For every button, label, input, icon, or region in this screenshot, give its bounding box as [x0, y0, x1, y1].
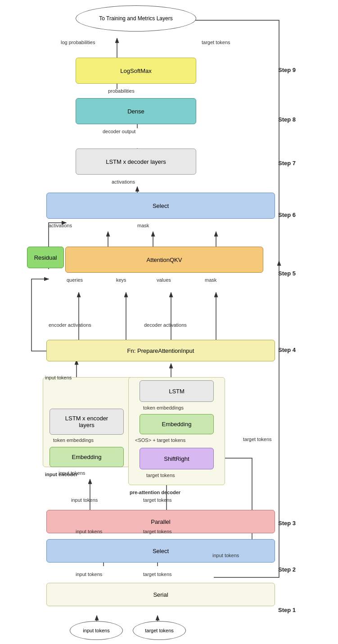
- step6-label: Step 6: [278, 212, 296, 218]
- input-tokens-bottom-label: input tokens: [76, 572, 102, 577]
- step5-label: Step 5: [278, 270, 296, 277]
- input-tokens-serial-label: input tokens: [45, 375, 72, 380]
- token-embeddings-enc-label: token embeddings: [53, 437, 94, 443]
- decoder-output-label: decoder output: [103, 129, 135, 134]
- step9-label: Step 9: [278, 67, 296, 73]
- select-bottom-node: Select: [46, 539, 275, 563]
- lstm-inner-node: LSTM: [140, 380, 214, 402]
- target-tokens-mid-label: target tokens: [146, 473, 175, 478]
- decoder-activations-label: decoder activations: [144, 322, 187, 328]
- attention-node: AttentionQKV: [65, 247, 263, 273]
- log-probabilities-label: log probabilities: [61, 40, 95, 45]
- step1-label: Step 1: [278, 607, 296, 613]
- step3-label: Step 3: [278, 520, 296, 527]
- keys-label: keys: [116, 277, 126, 283]
- input-tokens-enc-label: input tokens: [59, 470, 85, 476]
- target-tokens-parallel-label: target tokens: [143, 497, 172, 503]
- mask-top-label: mask: [137, 223, 149, 228]
- step7-label: Step 7: [278, 160, 296, 167]
- step8-label: Step 8: [278, 116, 296, 123]
- pre-attention-decoder-label: pre-attention decoder: [130, 490, 180, 495]
- target-tokens-ellipse: target tokens: [133, 621, 186, 640]
- probabilities-label: probabilities: [108, 88, 135, 94]
- token-embeddings-dec-label: token embeddings: [143, 405, 184, 410]
- input-tokens-select-label: input tokens: [76, 529, 102, 534]
- sos-target-label: <SOS> + target tokens: [135, 437, 185, 443]
- activations-mid-label: activations: [49, 223, 72, 228]
- target-tokens-select-label: target tokens: [143, 529, 172, 534]
- serial-node: Serial: [46, 583, 275, 606]
- mask-bottom-label: mask: [205, 277, 216, 283]
- select-top-node: Select: [46, 193, 275, 219]
- input-tokens-parallel-label: input tokens: [71, 497, 98, 503]
- embedding-encoder-node: Embedding: [50, 447, 124, 467]
- target-tokens-right-label: target tokens: [243, 437, 272, 442]
- lstm-decoder-node: LSTM x decoder layers: [76, 149, 196, 175]
- training-metrics-node: To Training and Metrics Layers: [76, 5, 196, 32]
- residual-node: Residual: [27, 247, 64, 268]
- values-label: values: [157, 277, 171, 283]
- shiftright-node: ShiftRight: [140, 448, 214, 469]
- input-tokens-ellipse: input tokens: [70, 621, 123, 640]
- encoder-activations-label: encoder activations: [49, 322, 91, 328]
- step4-label: Step 4: [278, 347, 296, 353]
- queries-label: queries: [67, 277, 83, 283]
- logsoftmax-node: LogSoftMax: [76, 58, 196, 84]
- target-tokens-bottom-label: target tokens: [143, 572, 172, 577]
- target-tokens-top-label: target tokens: [202, 40, 230, 45]
- input-tokens-right-label: input tokens: [212, 553, 239, 558]
- step2-label: Step 2: [278, 566, 296, 573]
- activations-top-label: activations: [112, 179, 135, 185]
- prepare-attention-node: Fn: PrepareAttentionInput: [46, 340, 275, 361]
- lstm-encoder-node: LSTM x encoder layers: [50, 409, 124, 435]
- embedding-decoder-node: Embedding: [140, 414, 214, 434]
- dense-node: Dense: [76, 98, 196, 124]
